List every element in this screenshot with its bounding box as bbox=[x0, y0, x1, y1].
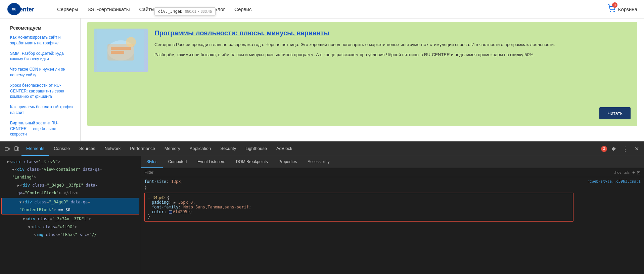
main-content: Программы лояльности: плюсы, минусы, вар… bbox=[81, 18, 644, 141]
arrow-icon: ▼ bbox=[7, 160, 9, 164]
hov-cls-buttons: :hov .cls bbox=[614, 170, 629, 174]
inspect-icon[interactable] bbox=[3, 144, 12, 154]
tab-sources[interactable]: Sources bbox=[75, 142, 100, 156]
read-button[interactable]: Читать bbox=[599, 107, 631, 119]
css-close-brace: } bbox=[148, 214, 570, 219]
error-badge: 3 bbox=[601, 146, 607, 152]
settings-icon[interactable] bbox=[609, 144, 618, 154]
svg-rect-9 bbox=[111, 51, 124, 54]
tab-elements[interactable]: Elements bbox=[21, 142, 49, 156]
add-style-icon[interactable]: + bbox=[632, 169, 635, 175]
devtools-toolbar: Elements Console Sources Network Perform… bbox=[0, 142, 644, 156]
tree-line-w1t9g[interactable]: ▼<div class="w1t9G"> bbox=[0, 223, 141, 231]
styles-subtabs: Styles Computed Event Listeners DOM Brea… bbox=[141, 156, 644, 168]
element-tooltip: div._34geD 950.01 × 333.45 bbox=[154, 7, 216, 15]
svg-rect-16 bbox=[17, 148, 19, 150]
tab-properties[interactable]: Properties bbox=[273, 156, 302, 168]
tree-line-content-block-2[interactable]: ▼<div class="_34geD" data-qa= bbox=[2, 198, 139, 206]
nav-blog[interactable]: Блог bbox=[214, 6, 225, 12]
filter-label: Filter bbox=[144, 170, 153, 175]
cart-label[interactable]: Корзина bbox=[618, 6, 637, 12]
tab-computed[interactable]: Computed bbox=[163, 156, 192, 168]
sidebar-link-2[interactable]: Что такое CDN и нужен ли он вашему сайту bbox=[10, 67, 74, 78]
nav-service[interactable]: Сервис bbox=[234, 6, 251, 12]
css-above: font-size: 13px; bbox=[144, 179, 573, 184]
svg-point-4 bbox=[614, 11, 614, 12]
file-link[interactable]: rcweb-style..c59b3.css:1 bbox=[587, 179, 641, 184]
tab-performance[interactable]: Performance bbox=[125, 142, 159, 156]
tooltip-size: 950.01 × 333.45 bbox=[185, 9, 212, 13]
css-prop-font-family: font-family: Noto Sans,Tahoma,sans-serif… bbox=[152, 205, 570, 209]
svg-text:center: center bbox=[16, 6, 34, 13]
tree-line-landing[interactable]: "Landing"> bbox=[0, 173, 141, 181]
nav-links: Серверы SSL-сертификаты Сайты Почта Бону… bbox=[57, 6, 607, 12]
tab-application[interactable]: Application bbox=[185, 142, 216, 156]
nav-sites[interactable]: Сайты bbox=[139, 6, 154, 12]
cls-button[interactable]: .cls bbox=[624, 170, 630, 174]
devtools-body: ▼<main class="_3-ezV"> ▼<div class="view… bbox=[0, 156, 644, 274]
filter-input[interactable] bbox=[156, 170, 614, 175]
close-devtools-icon[interactable]: ✕ bbox=[632, 144, 641, 154]
logo[interactable]: RU center bbox=[7, 3, 44, 15]
tab-styles[interactable]: Styles bbox=[141, 156, 163, 168]
devtools-right-controls: 3 ⋮ ✕ bbox=[601, 144, 641, 154]
hov-button[interactable]: :hov bbox=[614, 170, 621, 174]
sidebar: Рекомендуем Как монетизировать сайт и за… bbox=[0, 18, 81, 141]
tree-line-content-block-2b[interactable]: "ContentBlock"> == $0 bbox=[2, 206, 139, 214]
elements-tree: ▼<main class="_3-ezV"> ▼<div class="view… bbox=[0, 156, 141, 274]
expand-icon[interactable]: ⊡ bbox=[637, 170, 641, 175]
styles-right: rcweb-style..c59b3.css:1 bbox=[577, 177, 644, 274]
sidebar-link-0[interactable]: Как монетизировать сайт и зарабатывать н… bbox=[10, 35, 74, 46]
filter-bar: Filter :hov .cls + ⊡ bbox=[141, 168, 644, 177]
tree-line-selected-wrapper[interactable]: ▼<div class="_34geD" data-qa= "ContentBl… bbox=[1, 198, 139, 214]
tab-event-listeners[interactable]: Event Listeners bbox=[192, 156, 231, 168]
sidebar-title: Рекомендуем bbox=[10, 25, 74, 31]
tree-line-view-container[interactable]: ▼<div class="view-container" data-qa= bbox=[0, 166, 141, 173]
browser-content: RU center div._34geD 950.01 × 333.45 Сер… bbox=[0, 0, 644, 141]
sidebar-link-4[interactable]: Как привлечь бесплатный трафик на сайт bbox=[10, 104, 74, 116]
tab-security[interactable]: Security bbox=[216, 142, 241, 156]
styles-panel: Styles Computed Event Listeners DOM Brea… bbox=[141, 156, 644, 274]
tab-accessibility[interactable]: Accessibility bbox=[302, 156, 335, 168]
blog-image bbox=[94, 29, 148, 72]
sidebar-link-5[interactable]: Виртуальный хостинг RU-CENTER — ещё боль… bbox=[10, 120, 74, 137]
tab-lighthouse[interactable]: Lighthouse bbox=[241, 142, 272, 156]
tree-line-3x7ao[interactable]: ▼<div class="_3x7Ao _3TKFt"> bbox=[0, 215, 141, 223]
more-options-icon[interactable]: ⋮ bbox=[620, 144, 630, 154]
tab-memory[interactable]: Memory bbox=[160, 142, 185, 156]
css-selector-line: ._34geD { bbox=[148, 195, 570, 200]
svg-point-10 bbox=[126, 37, 136, 47]
blog-card: Программы лояльности: плюсы, минусы, вар… bbox=[87, 22, 637, 126]
nav-servers[interactable]: Серверы bbox=[57, 6, 78, 12]
css-prop-padding: padding: ▶ 35px 0; bbox=[152, 200, 570, 205]
blog-title[interactable]: Программы лояльности: плюсы, минусы, вар… bbox=[154, 29, 631, 37]
sidebar-link-1[interactable]: SMM. Разбор соцсетей: куда какому бизнес… bbox=[10, 51, 74, 62]
blog-desc-1: Сегодня в России проходит главная распро… bbox=[154, 41, 631, 48]
navbar: RU center div._34geD 950.01 × 333.45 Сер… bbox=[0, 0, 644, 18]
tab-console[interactable]: Console bbox=[49, 142, 75, 156]
styles-content: font-size: 13px; } ._34geD { padding: ▶ … bbox=[141, 177, 644, 274]
tab-dom-breakpoints[interactable]: DOM Breakpoints bbox=[231, 156, 273, 168]
tree-line-content-block-1b[interactable]: qa="ContentBlock">…</div> bbox=[0, 189, 141, 197]
blog-desc-2: Разберём, какими они бывают, в чём плюсы… bbox=[154, 51, 631, 58]
tree-line-main[interactable]: ▼<main class="_3-ezV"> bbox=[0, 158, 141, 166]
device-icon[interactable] bbox=[12, 144, 21, 154]
tab-network[interactable]: Network bbox=[100, 142, 126, 156]
svg-point-3 bbox=[610, 11, 611, 12]
cart-badge: 0 bbox=[612, 2, 617, 8]
tree-line-img[interactable]: <img class="tB5xs" src="// bbox=[0, 231, 141, 239]
tab-adblock[interactable]: AdBlock bbox=[272, 142, 297, 156]
css-rule-highlighted: ._34geD { padding: ▶ 35px 0; font-family… bbox=[144, 193, 573, 222]
css-properties: padding: ▶ 35px 0; font-family: Noto San… bbox=[148, 200, 570, 214]
cart-icon-wrap[interactable]: 0 bbox=[607, 4, 615, 14]
nav-ssl[interactable]: SSL-сертификаты bbox=[88, 6, 130, 12]
cart-area[interactable]: 0 Корзина bbox=[607, 4, 637, 14]
css-prop-color: color: #14295e; bbox=[152, 209, 570, 214]
color-swatch[interactable] bbox=[169, 210, 172, 214]
tree-line-content-block-1[interactable]: ▶<div class="_34geD _33fpI" data- bbox=[0, 182, 141, 189]
tooltip-tag: div._34geD bbox=[158, 9, 182, 14]
svg-text:RU: RU bbox=[12, 8, 16, 11]
css-close-above: } bbox=[144, 185, 573, 190]
svg-rect-11 bbox=[5, 148, 8, 150]
sidebar-link-3[interactable]: Уроки безопасности от RU-CENTER: как защ… bbox=[10, 83, 74, 100]
